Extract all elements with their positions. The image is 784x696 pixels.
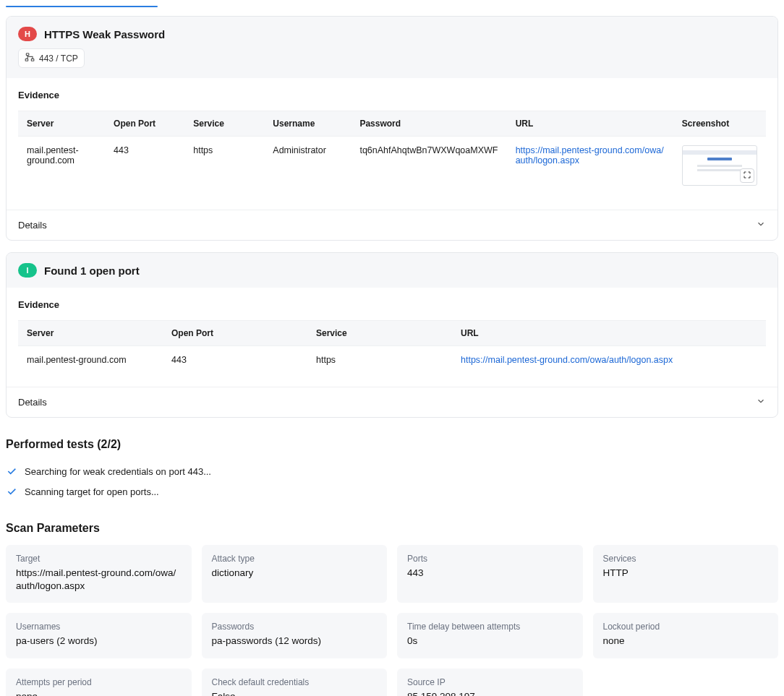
severity-badge-high: H (18, 27, 37, 41)
expand-screenshot-button[interactable] (740, 168, 754, 183)
param-label: Attempts per period (16, 677, 182, 687)
cell-server: mail.pentest-ground.com (18, 137, 105, 197)
param-services: Services HTTP (593, 545, 779, 603)
param-usernames: Usernames pa-users (2 words) (6, 613, 192, 658)
cell-password: tq6nAhfAhqtwBn7WXWqoaMXWF (351, 137, 506, 197)
finding-card-2-header: I Found 1 open port (7, 253, 777, 288)
param-passwords: Passwords pa-passwords (12 words) (202, 613, 388, 658)
param-value: https://mail.pentest-ground.com/owa/auth… (16, 567, 182, 593)
cell-open-port: 443 (163, 346, 307, 374)
param-ports: Ports 443 (397, 545, 583, 603)
finding-card-2-body: Evidence Server Open Port Service URL ma… (7, 288, 777, 387)
performed-tests-heading: Performed tests (2/2) (6, 438, 778, 451)
finding-title: HTTPS Weak Password (44, 28, 165, 40)
cell-open-port: 443 (105, 137, 184, 197)
param-label: Attack type (212, 554, 378, 564)
svg-rect-0 (26, 53, 29, 56)
param-value: 0s (407, 635, 573, 648)
param-attempts-per-period: Attempts per period none (6, 669, 192, 696)
cell-server: mail.pentest-ground.com (18, 346, 163, 374)
param-value: False (212, 690, 378, 696)
check-icon (6, 465, 17, 477)
param-value: HTTP (603, 567, 769, 580)
check-icon (6, 486, 17, 497)
col-password: Password (351, 111, 506, 137)
param-value: pa-users (2 words) (16, 635, 182, 648)
cell-url: https://mail.pentest-ground.com/owa/auth… (452, 346, 766, 374)
param-target: Target https://mail.pentest-ground.com/o… (6, 545, 192, 603)
svg-rect-1 (25, 59, 28, 61)
finding-card-1-body: Evidence Server Open Port Service Userna… (7, 78, 777, 210)
param-value: 443 (407, 567, 573, 580)
list-item: Searching for weak credentials on port 4… (6, 461, 778, 481)
finding-title: Found 1 open port (44, 265, 140, 277)
col-username: Username (264, 111, 351, 137)
param-label: Ports (407, 554, 573, 564)
cell-service: https (307, 346, 452, 374)
param-label: Usernames (16, 622, 182, 632)
param-label: Source IP (407, 677, 573, 687)
svg-rect-2 (31, 59, 34, 61)
details-toggle-1[interactable]: Details (7, 210, 777, 240)
param-check-default-creds: Check default credentials False (202, 669, 388, 696)
active-tab-indicator (6, 6, 158, 7)
details-label: Details (18, 397, 47, 408)
test-text: Searching for weak credentials on port 4… (25, 466, 211, 477)
test-text: Scanning target for open ports... (25, 486, 159, 497)
param-value: none (603, 635, 769, 648)
port-chip[interactable]: 443 / TCP (18, 48, 85, 68)
table-row: mail.pentest-ground.com 443 https https:… (18, 346, 766, 374)
evidence-table-2: Server Open Port Service URL mail.pentes… (18, 320, 766, 374)
list-item: Scanning target for open ports... (6, 481, 778, 502)
cell-username: Administrator (264, 137, 351, 197)
network-icon (25, 52, 35, 64)
chevron-down-icon (756, 396, 766, 408)
param-value: 85.159.208.197 (407, 690, 573, 696)
cell-service: https (184, 137, 264, 197)
param-lockout-period: Lockout period none (593, 613, 779, 658)
evidence-label: Evidence (18, 90, 766, 100)
performed-tests-list: Searching for weak credentials on port 4… (6, 461, 778, 502)
param-value: dictionary (212, 567, 378, 580)
col-url: URL (452, 321, 766, 346)
col-service: Service (307, 321, 452, 346)
finding-card-1-header: H HTTPS Weak Password 443 / TCP (7, 17, 777, 78)
scan-parameters-heading: Scan Parameters (6, 522, 778, 535)
evidence-table-1: Server Open Port Service Username Passwo… (18, 111, 766, 197)
param-label: Target (16, 554, 182, 564)
col-server: Server (18, 111, 105, 137)
expand-icon (743, 171, 751, 181)
col-service: Service (184, 111, 264, 137)
evidence-label: Evidence (18, 299, 766, 310)
param-time-delay: Time delay between attempts 0s (397, 613, 583, 658)
finding-card-1: H HTTPS Weak Password 443 / TCP Evidence… (6, 16, 778, 241)
details-label: Details (18, 220, 47, 231)
evidence-url-link[interactable]: https://mail.pentest-ground.com/owa/auth… (461, 355, 673, 365)
scan-parameters-grid: Target https://mail.pentest-ground.com/o… (6, 545, 778, 696)
details-toggle-2[interactable]: Details (7, 387, 777, 417)
param-label: Check default credentials (212, 677, 378, 687)
param-label: Lockout period (603, 622, 769, 632)
cell-screenshot (673, 137, 766, 197)
param-value: none (16, 690, 182, 696)
param-label: Passwords (212, 622, 378, 632)
col-url: URL (507, 111, 673, 137)
col-open-port: Open Port (163, 321, 307, 346)
param-attack-type: Attack type dictionary (202, 545, 388, 603)
finding-card-2: I Found 1 open port Evidence Server Open… (6, 252, 778, 418)
col-screenshot: Screenshot (673, 111, 766, 137)
param-label: Time delay between attempts (407, 622, 573, 632)
param-source-ip: Source IP 85.159.208.197 (397, 669, 583, 696)
param-label: Services (603, 554, 769, 564)
col-open-port: Open Port (105, 111, 184, 137)
evidence-url-link[interactable]: https://mail.pentest-ground.com/owa/auth… (516, 145, 664, 166)
col-server: Server (18, 321, 163, 346)
cell-url: https://mail.pentest-ground.com/owa/auth… (507, 137, 673, 197)
table-row: mail.pentest-ground.com 443 https Admini… (18, 137, 766, 197)
chevron-down-icon (756, 219, 766, 231)
port-chip-label: 443 / TCP (39, 53, 78, 64)
severity-badge-info: I (18, 263, 37, 278)
param-value: pa-passwords (12 words) (212, 635, 378, 648)
